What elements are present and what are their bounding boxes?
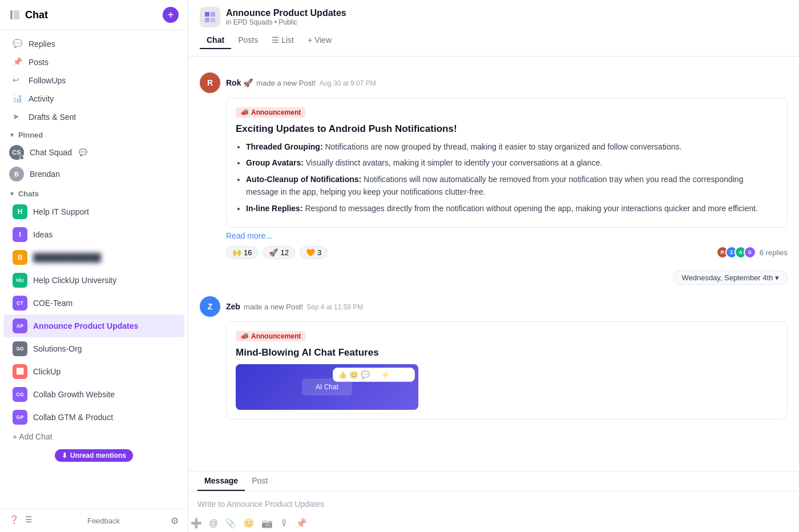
chat-squad-avatar: CS bbox=[9, 145, 24, 160]
toolbar-tag[interactable]: 🏷 bbox=[392, 370, 400, 379]
input-mention-button[interactable]: @ bbox=[209, 518, 218, 529]
chat-label-ideas: Ideas bbox=[33, 230, 53, 239]
chat-label-help-it: Help IT Support bbox=[33, 207, 89, 216]
input-pin-button[interactable]: 📌 bbox=[296, 518, 307, 529]
sidebar-label-replies: Replies bbox=[29, 39, 55, 49]
input-emoji-button[interactable]: 😊 bbox=[243, 518, 255, 529]
sidebar-item-activity[interactable]: 📊 Activity bbox=[3, 90, 184, 108]
channel-header: Announce Product Updates in EPD Squads •… bbox=[188, 0, 799, 57]
tab-chat[interactable]: Chat bbox=[200, 32, 231, 49]
chat-item-solutions-org[interactable]: SO Solutions-Org bbox=[3, 337, 184, 360]
settings-button[interactable]: ⚙ bbox=[171, 515, 179, 526]
toolbar-reply[interactable]: 💬 bbox=[361, 370, 370, 379]
msg-meta-2: Zeb made a new Post! Sep 4 at 11:58 PM bbox=[226, 302, 363, 311]
input-toolbar: ➕ @ 📎 😊 📷 🎙 📌 bbox=[188, 514, 799, 532]
chat-item-help-clickup[interactable]: HU Help ClickUp University bbox=[3, 269, 184, 292]
chat-squad-badge bbox=[19, 155, 24, 160]
chat-item-collab-gtm[interactable]: GP Collab GTM & Product bbox=[3, 406, 184, 429]
toolbar-more[interactable]: ⚡ bbox=[381, 370, 390, 379]
toolbar-emoji[interactable]: 😊 bbox=[349, 370, 358, 379]
sidebar-nav: 💬 Replies 📌 Posts ↩ FollowUps 📊 Activity… bbox=[0, 30, 188, 509]
tab-posts[interactable]: Posts bbox=[231, 32, 265, 49]
toolbar-like[interactable]: 👍 bbox=[338, 370, 347, 379]
pinned-label-chat-squad: Chat Squad bbox=[30, 148, 72, 157]
main-content: Announce Product Updates in EPD Squads •… bbox=[188, 0, 799, 532]
help-icon[interactable]: ❓ bbox=[9, 515, 21, 526]
coe-team-avatar: CT bbox=[13, 296, 27, 311]
toolbar-share[interactable]: ↗ bbox=[372, 370, 378, 379]
post-card-1: 📣 Announcement Exciting Updates to Andro… bbox=[226, 98, 788, 228]
input-attachment-button[interactable]: 📎 bbox=[225, 518, 236, 529]
input-mic-button[interactable]: 🎙 bbox=[280, 518, 289, 529]
chats-section-label: Chats bbox=[18, 190, 39, 198]
list-icon-tab: ☰ bbox=[272, 35, 279, 45]
activity-icon: 📊 bbox=[13, 94, 23, 104]
tab-view-label: View bbox=[314, 35, 332, 45]
message-header-1: R Rok 🚀 made a new Post! Aug 30 at 9:07 … bbox=[200, 72, 788, 93]
reaction-heart[interactable]: 🧡 3 bbox=[300, 246, 328, 259]
unread-mentions-button[interactable]: ⬇ Unread mentions bbox=[55, 449, 133, 462]
msg-author-rok: Rok 🚀 bbox=[226, 78, 253, 87]
announce-avatar: AP bbox=[13, 319, 27, 333]
input-add-button[interactable]: ➕ bbox=[191, 518, 202, 529]
reply-count-1[interactable]: 6 replies bbox=[760, 248, 788, 257]
followups-icon: ↩ bbox=[13, 75, 23, 86]
ideas-avatar: I bbox=[13, 227, 27, 242]
chat-item-help-it[interactable]: H Help IT Support bbox=[3, 200, 184, 223]
sidebar-title: Chat bbox=[9, 9, 48, 21]
chat-content: R Rok 🚀 made a new Post! Aug 30 at 9:07 … bbox=[188, 57, 799, 471]
read-more-link-1[interactable]: Read more... bbox=[226, 231, 272, 240]
input-tab-post[interactable]: Post bbox=[245, 471, 275, 491]
footer-left: ❓ ☰ bbox=[9, 515, 37, 526]
blurred-avatar: B bbox=[13, 250, 27, 265]
sidebar-item-followups[interactable]: ↩ FollowUps bbox=[3, 71, 184, 90]
add-chat-button[interactable]: + bbox=[163, 7, 179, 23]
chat-item-clickup[interactable]: 🅲 ClickUp bbox=[3, 360, 184, 383]
announcement-label-1: Announcement bbox=[251, 108, 301, 116]
post-title-1: Exciting Updates to Android Push Notific… bbox=[236, 123, 778, 135]
pinned-item-chat-squad[interactable]: CS Chat Squad 💬 bbox=[0, 142, 188, 163]
channel-name: Announce Product Updates bbox=[226, 8, 346, 18]
input-tab-post-label: Post bbox=[252, 476, 268, 485]
image-toolbar: 👍 😊 💬 ↗ ⚡ 🏷 ••• bbox=[333, 368, 415, 382]
msg-time-1: Aug 30 at 9:07 PM bbox=[319, 79, 376, 87]
input-tabs: Message Post bbox=[188, 471, 799, 491]
tab-chat-label: Chat bbox=[207, 35, 224, 45]
reaction-rocket-count: 12 bbox=[280, 248, 288, 257]
sidebar-icon bbox=[9, 9, 21, 21]
chat-item-collab-growth[interactable]: CG Collab Growth Website bbox=[3, 383, 184, 406]
pinned-item-brendan[interactable]: B Brendan bbox=[0, 163, 188, 185]
clickup-avatar: 🅲 bbox=[13, 364, 27, 379]
list-icon[interactable]: ☰ bbox=[25, 515, 37, 526]
channel-tabs: Chat Posts ☰ List + View bbox=[200, 32, 788, 49]
feedback-button[interactable]: Feedback bbox=[87, 517, 120, 525]
input-tab-message[interactable]: Message bbox=[197, 471, 245, 491]
sidebar-footer: ❓ ☰ Feedback ⚙ bbox=[0, 509, 188, 532]
chats-section-header[interactable]: ▼ Chats bbox=[0, 185, 188, 200]
chat-item-blurred[interactable]: B ████████████ bbox=[3, 246, 184, 269]
unread-mentions-label: Unread mentions bbox=[70, 452, 126, 460]
tab-view[interactable]: + View bbox=[301, 32, 338, 49]
sidebar-item-posts[interactable]: 📌 Posts bbox=[3, 53, 184, 71]
chat-label-clickup: ClickUp bbox=[33, 367, 60, 376]
reaction-rocket-emoji: 🚀 bbox=[269, 248, 278, 257]
announcement-tag-1: 📣 Announcement bbox=[236, 107, 305, 118]
reaction-heart-count: 3 bbox=[317, 248, 321, 257]
toolbar-dots[interactable]: ••• bbox=[402, 370, 410, 379]
sidebar-item-replies[interactable]: 💬 Replies bbox=[3, 35, 184, 53]
reaction-clap[interactable]: 🙌 16 bbox=[226, 246, 258, 259]
input-placeholder[interactable]: Write to Announce Product Updates bbox=[197, 497, 790, 511]
tab-list[interactable]: ☰ List bbox=[265, 32, 301, 49]
pinned-section-header[interactable]: ▼ Pinned bbox=[0, 126, 188, 142]
drafts-icon: ➤ bbox=[13, 112, 23, 122]
svg-rect-2 bbox=[205, 12, 209, 17]
input-camera-button[interactable]: 📷 bbox=[261, 518, 273, 529]
chat-item-ideas[interactable]: I Ideas bbox=[3, 223, 184, 246]
chat-item-announce[interactable]: AP Announce Product Updates bbox=[3, 315, 184, 337]
chat-item-coe-team[interactable]: CT COE-Team bbox=[3, 292, 184, 315]
chat-label-solutions-org: Solutions-Org bbox=[33, 344, 82, 353]
sidebar-item-drafts[interactable]: ➤ Drafts & Sent bbox=[3, 108, 184, 126]
add-chat-row[interactable]: + Add Chat bbox=[0, 429, 188, 445]
reaction-rocket[interactable]: 🚀 12 bbox=[263, 246, 294, 259]
date-pill[interactable]: Wednesday, September 4th ▾ bbox=[673, 271, 788, 285]
